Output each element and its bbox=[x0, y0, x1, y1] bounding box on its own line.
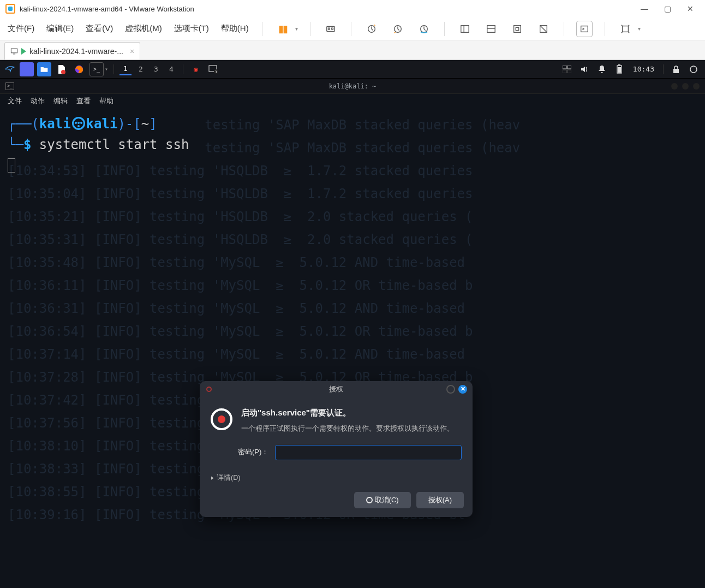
workspace-1[interactable]: 1 bbox=[120, 63, 132, 75]
cancel-button[interactable]: 取消(C) bbox=[354, 492, 411, 508]
chevron-down-icon[interactable]: ▾ bbox=[295, 26, 298, 32]
record-screen-icon[interactable]: 3 bbox=[206, 62, 220, 76]
close-dot[interactable] bbox=[693, 83, 700, 90]
view-single-icon[interactable] bbox=[457, 21, 473, 37]
menu-help[interactable]: 帮助(H) bbox=[220, 21, 250, 36]
svg-point-31 bbox=[690, 66, 697, 73]
minimize-dot[interactable] bbox=[671, 83, 678, 90]
send-cad-icon[interactable] bbox=[322, 21, 339, 37]
menu-tabs[interactable]: 选项卡(T) bbox=[173, 21, 210, 36]
menu-edit[interactable]: 编辑(E) bbox=[45, 21, 75, 36]
terminal-app-icon: >_ bbox=[5, 82, 14, 90]
svg-line-13 bbox=[540, 25, 547, 32]
svg-text:3: 3 bbox=[215, 70, 217, 74]
term-menu-action[interactable]: 动作 bbox=[31, 96, 45, 106]
snapshot-revert-icon[interactable] bbox=[390, 21, 406, 37]
auth-dialog: 授权 ✕ 启动"ssh.service"需要认证。 一个程序正试图执行一个需要特… bbox=[200, 381, 473, 517]
terminal-icon[interactable]: >_ bbox=[89, 62, 104, 76]
svg-rect-25 bbox=[563, 70, 566, 73]
svg-rect-15 bbox=[622, 26, 628, 32]
kali-logo-icon[interactable] bbox=[4, 62, 16, 76]
document-icon[interactable] bbox=[55, 62, 69, 76]
svg-rect-16 bbox=[11, 49, 17, 53]
notifications-icon[interactable] bbox=[595, 62, 609, 76]
kali-taskbar: >_ ▾ 1 2 3 4 ◉ 3 10:43 bbox=[0, 60, 705, 79]
menu-file[interactable]: 文件(F) bbox=[7, 21, 35, 36]
pause-icon[interactable]: ▮▮ bbox=[274, 21, 291, 37]
auth-titlebar[interactable]: 授权 ✕ bbox=[200, 381, 473, 397]
prompt-header: ┌──(kalikali)-[~] bbox=[8, 114, 697, 134]
unity-icon[interactable] bbox=[535, 21, 552, 37]
svg-rect-26 bbox=[567, 70, 571, 73]
minimize-button[interactable]: — bbox=[635, 1, 654, 16]
vm-viewport: >_ ▾ 1 2 3 4 ◉ 3 10:43 bbox=[0, 60, 705, 588]
maximize-icon[interactable] bbox=[446, 385, 455, 394]
term-menu-help[interactable]: 帮助 bbox=[99, 96, 113, 106]
auth-shield-icon bbox=[211, 408, 232, 430]
auth-heading: 启动"ssh.service"需要认证。 bbox=[241, 406, 462, 419]
svg-rect-8 bbox=[487, 25, 494, 32]
auth-title: 授权 bbox=[329, 384, 343, 395]
terminal-window-title: kali@kali: ~ bbox=[329, 82, 377, 90]
svg-rect-24 bbox=[567, 66, 571, 69]
window-controls bbox=[671, 83, 700, 90]
window-title: kali-linux-2024.1-vmware-amd64 - VMware … bbox=[20, 5, 194, 13]
password-label: 密码(P)： bbox=[238, 447, 268, 458]
stretch-icon[interactable] bbox=[617, 21, 634, 37]
monitor-icon bbox=[10, 47, 18, 55]
maximize-dot[interactable] bbox=[682, 83, 689, 90]
battery-icon[interactable] bbox=[612, 62, 626, 76]
tab-kali-vm[interactable]: kali-linux-2024.1-vmware-... × bbox=[4, 42, 140, 60]
term-menu-view[interactable]: 查看 bbox=[76, 96, 91, 106]
details-toggle[interactable]: ▸详情(D) bbox=[200, 468, 473, 488]
lock-icon[interactable] bbox=[669, 62, 683, 76]
skull-icon bbox=[72, 117, 85, 130]
workspace-3[interactable]: 3 bbox=[150, 63, 162, 75]
close-tab-icon[interactable]: × bbox=[130, 47, 134, 56]
workspace-grid-icon[interactable] bbox=[560, 62, 574, 76]
close-icon[interactable]: ✕ bbox=[458, 385, 467, 394]
svg-point-18 bbox=[61, 70, 65, 74]
term-menu-file[interactable]: 文件 bbox=[8, 96, 22, 106]
close-button[interactable]: ✕ bbox=[681, 1, 700, 16]
chevron-down-icon[interactable]: ▾ bbox=[105, 66, 108, 72]
workspace-4[interactable]: 4 bbox=[165, 63, 177, 75]
record-icon[interactable]: ◉ bbox=[189, 62, 203, 76]
svg-rect-29 bbox=[618, 67, 621, 73]
chevron-down-icon[interactable]: ▾ bbox=[638, 26, 641, 32]
terminal-titlebar: >_ kali@kali: ~ bbox=[0, 79, 705, 94]
svg-rect-23 bbox=[563, 66, 566, 69]
password-input[interactable] bbox=[275, 445, 462, 460]
workspace-2[interactable]: 2 bbox=[135, 63, 147, 75]
snapshot-take-icon[interactable] bbox=[363, 21, 380, 37]
svg-rect-2 bbox=[331, 28, 333, 29]
show-desktop-icon[interactable] bbox=[20, 62, 34, 76]
menu-view[interactable]: 查看(V) bbox=[85, 21, 114, 36]
command-text: systemctl start ssh bbox=[39, 137, 189, 152]
svg-rect-11 bbox=[516, 27, 518, 30]
power-icon[interactable] bbox=[686, 62, 701, 76]
files-icon[interactable] bbox=[37, 62, 51, 76]
menu-vm[interactable]: 虚拟机(M) bbox=[124, 21, 163, 36]
prompt-command-line: └─$ systemctl start ssh bbox=[8, 134, 697, 155]
view-tabs-icon[interactable] bbox=[483, 21, 499, 37]
cancel-ring-icon bbox=[366, 497, 373, 503]
fullscreen-icon[interactable] bbox=[509, 21, 525, 37]
play-icon bbox=[21, 48, 26, 55]
firefox-icon[interactable] bbox=[72, 62, 86, 76]
svg-rect-28 bbox=[618, 64, 620, 66]
volume-icon[interactable] bbox=[577, 62, 592, 76]
clock[interactable]: 10:43 bbox=[633, 65, 654, 73]
term-menu-edit[interactable]: 编辑 bbox=[53, 96, 68, 106]
terminal-body[interactable]: testing 'SAP MaxDB stacked queries (heav… bbox=[0, 108, 705, 588]
vmware-logo-icon bbox=[5, 4, 15, 14]
cursor bbox=[8, 156, 697, 176]
maximize-button[interactable]: ▢ bbox=[658, 1, 677, 16]
console-icon[interactable] bbox=[576, 21, 593, 37]
svg-rect-10 bbox=[513, 25, 521, 32]
vmware-tabstrip: kali-linux-2024.1-vmware-... × bbox=[0, 40, 705, 60]
svg-rect-6 bbox=[461, 25, 468, 32]
snapshot-manage-icon[interactable] bbox=[416, 21, 432, 37]
authorize-button[interactable]: 授权(A) bbox=[416, 492, 464, 508]
svg-rect-30 bbox=[673, 69, 679, 73]
